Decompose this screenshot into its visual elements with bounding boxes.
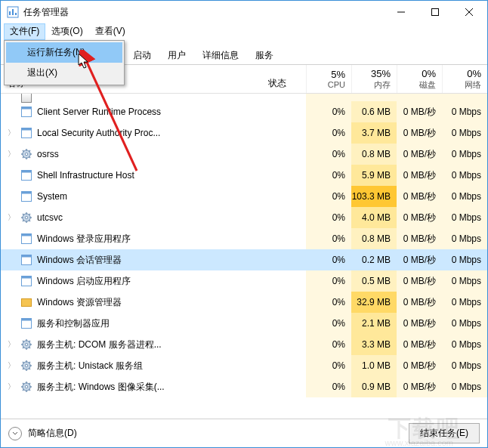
svg-rect-43 (22, 319, 32, 321)
process-icon (20, 296, 32, 308)
table-row[interactable]: 〉服务主机: Windows 图像采集(...0%0.9 MB0 MB/秒0 M… (1, 376, 487, 397)
process-name: osrss (37, 149, 59, 159)
svg-line-35 (29, 214, 30, 215)
expand-icon[interactable]: 〉 (7, 212, 16, 223)
table-row[interactable]: System0%103.3 MB0 MB/秒0 Mbps (1, 186, 487, 207)
process-icon (20, 338, 32, 351)
end-task-button[interactable]: 结束任务(E) (409, 423, 480, 443)
cell-disk: 0 MB/秒 (397, 292, 442, 313)
file-dropdown: 运行新任务(N) 退出(X) (4, 40, 125, 85)
svg-line-53 (29, 341, 30, 342)
process-name: Shell Infrastructure Host (37, 170, 134, 181)
expand-icon[interactable]: 〉 (7, 128, 16, 138)
process-list[interactable]: Client Server Runtime Process0%0.6 MB0 M… (1, 94, 487, 419)
process-icon (20, 190, 32, 202)
cell-memory: 32.9 MB (351, 292, 397, 313)
table-row[interactable]: 〉utcsvc0%4.0 MB0 MB/秒0 Mbps (1, 207, 487, 228)
process-icon (20, 127, 32, 139)
table-row[interactable]: Windows 资源管理器0%32.9 MB0 MB/秒0 Mbps (1, 292, 487, 313)
col-status[interactable]: 状态 (264, 65, 306, 93)
expand-icon[interactable]: 〉 (7, 339, 16, 350)
fewer-details[interactable]: 简略信息(D) (28, 427, 403, 440)
table-row[interactable]: Shell Infrastructure Host0%5.9 MB0 MB/秒0… (1, 165, 487, 186)
cell-memory: 3.7 MB (351, 122, 397, 144)
cell-network: 0 Mbps (442, 165, 487, 186)
process-icon (20, 317, 32, 329)
svg-line-60 (23, 362, 24, 363)
cell-memory: 1.0 MB (351, 355, 397, 376)
col-network[interactable]: 0%网络 (442, 65, 487, 93)
tab-startup[interactable]: 启动 (125, 45, 159, 65)
svg-line-72 (23, 389, 24, 391)
process-icon (20, 360, 32, 372)
expand-icon[interactable]: 〉 (7, 149, 16, 159)
process-name: Windows 会话管理器 (37, 254, 122, 267)
process-icon (20, 106, 32, 118)
table-row[interactable]: Windows 登录应用程序0%0.8 MB0 MB/秒0 Mbps (1, 228, 487, 249)
svg-line-32 (23, 214, 24, 215)
process-name: 服务主机: DCOM 服务器进程... (37, 338, 162, 351)
cell-cpu: 0% (306, 313, 351, 334)
maximize-button[interactable] (418, 2, 452, 23)
svg-line-73 (29, 383, 30, 385)
menu-options[interactable]: 选项(O) (45, 23, 88, 40)
table-row[interactable]: 〉osrss0%0.8 MB0 MB/秒0 Mbps (1, 144, 487, 165)
svg-line-51 (29, 347, 30, 348)
table-row[interactable]: 〉服务主机: Unistack 服务组0%1.0 MB0 MB/秒0 Mbps (1, 355, 487, 376)
svg-rect-23 (22, 171, 32, 173)
svg-point-45 (25, 343, 28, 346)
expand-icon[interactable]: 〉 (7, 360, 16, 371)
svg-line-61 (29, 368, 30, 369)
col-memory[interactable]: 35%内存 (351, 65, 397, 93)
cell-memory: 103.3 MB (351, 186, 397, 207)
menu-run-new-task[interactable]: 运行新任务(N) (6, 42, 122, 63)
cell-disk: 0 MB/秒 (397, 313, 442, 334)
table-row[interactable]: 〉服务主机: DCOM 服务器进程...0%3.3 MB0 MB/秒0 Mbps (1, 334, 487, 355)
cell-memory: 0.6 MB (351, 101, 397, 122)
cell-cpu: 0% (306, 270, 351, 292)
table-row[interactable]: 〉Local Security Authority Proc...0%3.7 M… (1, 122, 487, 144)
cell-cpu: 0% (306, 144, 351, 165)
col-cpu[interactable]: 5%CPU (306, 65, 351, 93)
process-name: Windows 登录应用程序 (37, 233, 131, 246)
window-title: 任务管理器 (23, 6, 384, 19)
svg-line-19 (29, 156, 30, 158)
cell-disk: 0 MB/秒 (397, 270, 442, 292)
table-row[interactable]: 服务和控制器应用0%2.1 MB0 MB/秒0 Mbps (1, 313, 487, 334)
cell-network: 0 Mbps (442, 186, 487, 207)
tab-details[interactable]: 详细信息 (194, 45, 247, 65)
expand-icon[interactable]: 〉 (7, 382, 16, 392)
cell-disk: 0 MB/秒 (397, 144, 442, 165)
close-button[interactable] (452, 2, 486, 23)
table-row[interactable]: Windows 会话管理器0%0.2 MB0 MB/秒0 Mbps (1, 249, 487, 270)
col-disk[interactable]: 0%磁盘 (397, 65, 442, 93)
cell-memory: 0.5 MB (351, 270, 397, 292)
minimize-button[interactable] (384, 2, 418, 23)
svg-rect-2 (12, 9, 14, 15)
table-row[interactable]: Client Server Runtime Process0%0.6 MB0 M… (1, 101, 487, 122)
cell-disk: 0 MB/秒 (397, 165, 442, 186)
process-icon (20, 233, 32, 245)
menu-file[interactable]: 文件(F) (4, 23, 45, 40)
tab-users[interactable]: 用户 (159, 45, 194, 65)
tab-services[interactable]: 服务 (247, 45, 282, 65)
svg-rect-25 (22, 192, 32, 194)
process-name: Local Security Authority Proc... (37, 128, 160, 138)
cell-cpu: 0% (306, 334, 351, 355)
process-name: 服务主机: Windows 图像采集(... (37, 381, 165, 394)
table-row[interactable]: Windows 启动应用程序0%0.5 MB0 MB/秒0 Mbps (1, 270, 487, 292)
cell-network: 0 Mbps (442, 355, 487, 376)
titlebar[interactable]: 任务管理器 (1, 1, 487, 23)
cell-disk: 0 MB/秒 (397, 207, 442, 228)
svg-line-20 (23, 156, 24, 158)
cell-disk: 0 MB/秒 (397, 101, 442, 122)
svg-line-50 (23, 341, 24, 342)
menu-view[interactable]: 查看(V) (89, 23, 131, 40)
menu-exit[interactable]: 退出(X) (6, 63, 122, 83)
svg-rect-41 (22, 277, 32, 279)
task-manager-window: 任务管理器 文件(F) 选项(O) 查看(V) 运行新任务(N) 退出(X) 启… (0, 0, 488, 448)
chevron-down-icon[interactable] (8, 427, 22, 440)
cell-memory: 3.3 MB (351, 334, 397, 355)
cell-network: 0 Mbps (442, 292, 487, 313)
cell-disk: 0 MB/秒 (397, 122, 442, 144)
